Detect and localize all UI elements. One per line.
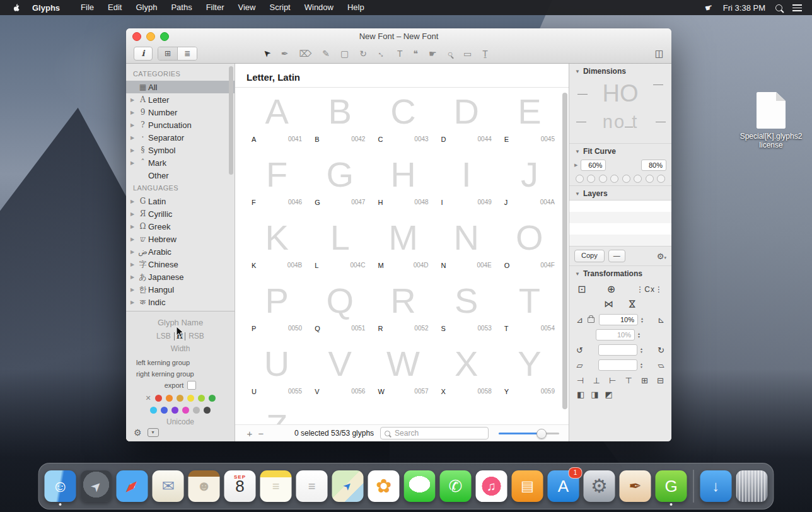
red-swatch[interactable] [155,395,162,402]
annotation-tool[interactable]: ❝ [414,49,419,59]
glyph-cell[interactable]: P P 0050 [245,277,308,340]
transform-origin-icon[interactable]: ⊡ [577,283,586,295]
glyph-cell[interactable]: W W 0057 [371,340,434,403]
zoom-slider[interactable] [499,429,559,438]
glyph-cell[interactable]: V V 0056 [308,340,371,403]
flip-horizontal-icon[interactable]: ⋈ [604,298,613,310]
align-left-icon[interactable]: ⊣ [577,376,584,385]
flag-dropdown-icon[interactable]: ▾ [148,428,159,437]
glyph-cell[interactable]: Y Y 0059 [498,340,561,403]
dock-facetime[interactable]: ✆ [440,470,472,502]
font-info-button[interactable]: i [134,47,153,61]
glyph-cell[interactable]: B B 0042 [308,88,371,151]
dock-calendar[interactable]: SEP 8 [224,470,256,502]
export-checkbox[interactable] [187,381,196,390]
union-icon[interactable]: ◧ [577,390,584,399]
gear-icon[interactable]: ⚙ [134,428,142,438]
add-glyph-button[interactable]: + [244,428,255,439]
subtract-icon[interactable]: ◨ [591,390,598,399]
layers-list[interactable] [569,200,671,247]
fit-curve-step[interactable] [622,175,630,183]
orange-swatch[interactable] [166,395,173,402]
menu-paths[interactable]: Paths [164,0,199,15]
spotlight-icon[interactable] [775,4,782,11]
scale-tool[interactable]: ↔ [375,47,388,60]
minimize-button[interactable] [146,32,155,41]
menu-bar-clock[interactable]: Fri 3:38 PM [723,3,765,13]
slant-field[interactable] [598,359,637,371]
remove-layer-button[interactable]: — [608,250,625,262]
fit-curve-min-field[interactable]: 60% [581,160,606,171]
fit-curve-step[interactable] [634,175,642,183]
stepper-control[interactable] [637,332,641,338]
disclosure-triangle-icon[interactable]: ▶ [130,160,137,166]
scale-y-field[interactable]: 10% [596,329,635,340]
category-all[interactable]: ▦ All [126,81,235,93]
disclosure-triangle-icon[interactable]: ▶ [130,236,137,242]
menu-help[interactable]: Help [340,0,371,15]
glyph-cell[interactable]: A A 0041 [245,88,308,151]
dock-safari[interactable]: ◆ [117,470,148,502]
disclosure-triangle-icon[interactable]: ▶ [130,199,137,204]
dock-notes[interactable]: ≡ [260,470,292,502]
dock-trash[interactable] [736,470,768,502]
hand-tool[interactable]: ☛ [429,49,437,59]
width-field[interactable]: Width [126,344,235,353]
menu-filter[interactable]: Filter [199,0,231,15]
glyph-cell[interactable]: E E 0045 [498,88,561,151]
language-latin[interactable]: ▶ G Latin [126,195,235,207]
dock-finder[interactable]: ☺ [45,470,76,502]
category-symbol[interactable]: ▶ § Symbol [126,144,235,156]
language-cyrillic[interactable]: ▶ Я Cyrillic [126,207,235,220]
right-kerning-group-field[interactable]: right kerning group [126,370,235,378]
shapes-tool[interactable]: ▢ [340,49,349,59]
remove-glyph-button[interactable]: − [255,428,267,439]
collapse-triangle-icon[interactable]: ▼ [575,69,580,74]
apple-menu-icon[interactable] [11,3,21,13]
align-bottom-icon[interactable]: ⊟ [657,376,664,385]
brown-swatch[interactable] [177,395,183,402]
dock-ibooks[interactable]: ▤ [512,470,543,502]
dock-system-preferences[interactable]: ⚙ [584,470,615,502]
grid-scrollbar[interactable] [562,93,567,422]
transform-target-icon[interactable]: ⊕ [607,283,615,295]
layers-gear-icon[interactable]: ⚙▾ [657,252,666,261]
category-mark[interactable]: ▶ ˆ Mark [126,156,235,169]
pen-tool[interactable]: ✒ [281,49,289,59]
stepper-control[interactable] [640,363,643,368]
mirror-scale-icon[interactable]: ⊿ [656,315,666,325]
grid-view-button[interactable]: ⊞ [158,47,177,60]
notification-center-icon[interactable] [792,4,802,11]
category-number[interactable]: ▶ 9 Number [126,106,235,119]
dock-downloads[interactable]: ↓ [700,470,732,502]
fit-curve-step[interactable] [587,175,595,183]
rotate-tool[interactable]: ↻ [359,49,367,59]
glyph-cell[interactable]: C C 0043 [371,88,434,151]
fit-curve-disclosure-icon[interactable]: ▶ [574,163,577,168]
fit-curve-step[interactable] [599,175,607,183]
text-tool[interactable]: T [397,49,403,59]
search-field[interactable] [380,427,489,439]
slider-knob[interactable] [536,429,547,439]
blue-swatch[interactable] [161,407,168,414]
rsb-label[interactable]: RSB [188,332,204,340]
disclosure-triangle-icon[interactable]: ▶ [130,249,137,255]
disclosure-triangle-icon[interactable]: ▶ [130,224,137,230]
glyph-cell[interactable]: X X 0058 [435,340,498,403]
search-input[interactable] [393,428,484,438]
rotate-ccw-icon[interactable]: ↺ [575,346,584,355]
lsb-label[interactable]: LSB [156,332,171,340]
disclosure-triangle-icon[interactable]: ▶ [130,287,137,293]
language-greek[interactable]: ▶ Ω Greek [126,220,235,233]
disclosure-triangle-icon[interactable]: ▶ [130,262,137,267]
align-center-vertical-icon[interactable]: ⊞ [641,376,648,385]
fit-curve-max-field[interactable]: 80% [641,160,666,171]
dock-ink-app[interactable]: ✒ [620,470,651,502]
align-center-horizontal-icon[interactable]: ⊥ [593,376,600,385]
menu-file[interactable]: File [74,0,101,15]
glyph-cell[interactable]: Z Z 005A [245,403,308,424]
language-chinese[interactable]: ▶ 字 Chinese [126,258,235,271]
charcoal-swatch[interactable] [204,407,211,414]
glyph-cell[interactable]: O O 004F [498,214,561,277]
align-right-icon[interactable]: ⊢ [609,376,616,385]
